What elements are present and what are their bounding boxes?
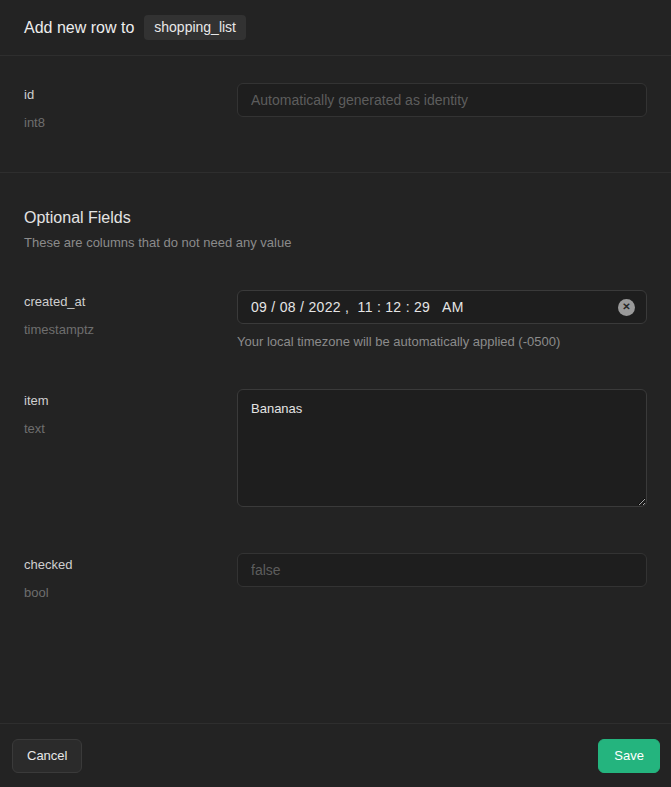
optional-fields-title: Optional Fields [24, 209, 647, 227]
field-row-item: item text Bananas [24, 389, 647, 511]
created-at-datetime-input[interactable]: 09 / 08 / 2022 , 11 : 12 : 29 AM ✕ [237, 290, 647, 324]
cancel-button[interactable]: Cancel [12, 739, 82, 773]
field-label-created-at: created_at timestamptz [24, 290, 237, 337]
field-name-created-at: created_at [24, 294, 237, 309]
item-textarea[interactable]: Bananas [237, 389, 647, 507]
panel-title: Add new row to [24, 19, 134, 37]
timezone-helper-text: Your local timezone will be automaticall… [237, 334, 647, 349]
id-input[interactable] [237, 83, 647, 117]
field-row-id: id int8 [24, 83, 647, 130]
field-input-col-item: Bananas [237, 389, 647, 511]
field-row-created-at: created_at timestamptz 09 / 08 / 2022 , … [24, 290, 647, 349]
checked-input[interactable] [237, 553, 647, 587]
required-fields-section: id int8 [0, 56, 671, 173]
panel-header: Add new row to shopping_list [0, 0, 671, 56]
field-input-col-id [237, 83, 647, 117]
table-name-chip: shopping_list [144, 15, 246, 40]
field-name-id: id [24, 87, 237, 102]
field-type-checked: bool [24, 585, 237, 600]
created-at-datetime-value[interactable]: 09 / 08 / 2022 , 11 : 12 : 29 AM [251, 299, 464, 315]
optional-fields-header: Optional Fields These are columns that d… [24, 209, 647, 250]
field-label-id: id int8 [24, 83, 237, 130]
field-name-item: item [24, 393, 237, 408]
field-label-item: item text [24, 389, 237, 436]
optional-fields-subtitle: These are columns that do not need any v… [24, 235, 647, 250]
clear-datetime-icon[interactable]: ✕ [618, 299, 635, 316]
field-type-id: int8 [24, 115, 237, 130]
field-label-checked: checked bool [24, 553, 237, 600]
panel-footer: Cancel Save [0, 723, 671, 787]
save-button[interactable]: Save [598, 739, 660, 773]
field-input-col-created-at: 09 / 08 / 2022 , 11 : 12 : 29 AM ✕ Your … [237, 290, 647, 349]
field-type-item: text [24, 421, 237, 436]
field-name-checked: checked [24, 557, 237, 572]
field-input-col-checked [237, 553, 647, 587]
field-row-checked: checked bool [24, 553, 647, 600]
field-type-created-at: timestamptz [24, 322, 237, 337]
